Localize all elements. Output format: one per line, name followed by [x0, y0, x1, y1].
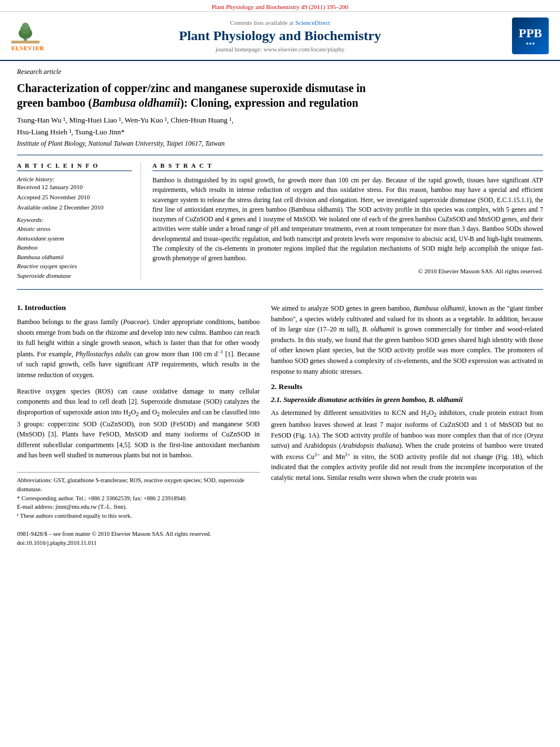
keyword-6: Superoxide dismutase	[17, 271, 132, 281]
svg-rect-4	[11, 41, 40, 43]
ppb-subtitle: ●●●	[526, 41, 535, 46]
citation-bar: Plant Physiology and Biochemistry 49 (20…	[0, 0, 560, 12]
issn-footnote: 0981-9428/$ – see front matter © 2010 El…	[17, 530, 260, 539]
keyword-1: Abiotic stress	[17, 224, 132, 234]
corresponding-footnote: * Corresponding author. Tel.: +886 2 336…	[17, 494, 260, 503]
intro-para1: Bamboo belongs to the grass family (Poac…	[17, 317, 260, 381]
sciencedirect-link[interactable]: ScienceDirect	[295, 19, 330, 26]
journal-title: Plant Physiology and Biochemistry	[56, 28, 504, 43]
results-heading: 2. Results	[271, 382, 543, 391]
abbreviations-footnote: Abbreviations: GST, glutathione S-transf…	[17, 476, 260, 494]
keyword-4: Bambusa oldhamii	[17, 252, 132, 262]
authors-line2: Hsu-Liang Hsieh ¹, Tsung-Luo Jinn*	[17, 128, 543, 137]
intro-para2: Reactive oxygen species (ROS) can cause …	[17, 386, 260, 461]
doi-footnote: doi:10.1016/j.plaphy.2010.11.011	[17, 539, 260, 548]
keyword-5: Reactive oxygen species	[17, 261, 132, 271]
equal-contrib-footnote: ¹ These authors contributed equally to t…	[17, 512, 260, 521]
introduction-heading: 1. Introduction	[17, 303, 260, 312]
received-date: Received 12 January 2010	[17, 184, 132, 190]
right-para1: We aimed to analyze SOD genes in green b…	[271, 303, 543, 377]
history-label: Article history:	[17, 176, 132, 182]
ppb-box: PPB ●●●	[512, 18, 549, 54]
section-divider	[17, 289, 543, 290]
affiliation: Institute of Plant Biology, National Tai…	[17, 139, 543, 148]
results-subheading: 2.1. Superoxide dismutase activities in …	[271, 396, 543, 404]
abstract-heading: A B S T R A C T	[152, 162, 543, 171]
keywords-section: Keywords: Abiotic stress Antioxidant sys…	[17, 216, 132, 280]
elsevier-logo: ELSEVIER	[11, 21, 56, 51]
keyword-2: Antioxidant system	[17, 234, 132, 243]
left-column: 1. Introduction Bamboo belongs to the gr…	[17, 303, 260, 547]
elsevier-tree-icon	[11, 21, 40, 43]
journal-center: Contents lists available at ScienceDirec…	[56, 19, 504, 53]
results-para1: As determined by different sensitivities…	[271, 408, 543, 483]
abstract-text: Bamboo is distinguished by its rapid gro…	[152, 176, 543, 263]
article-info-column: A R T I C L E I N F O Article history: R…	[17, 162, 141, 280]
info-abstract-section: A R T I C L E I N F O Article history: R…	[17, 155, 543, 280]
ppb-logo: PPB ●●●	[504, 18, 549, 54]
journal-homepage: journal homepage: www.elsevier.com/locat…	[56, 46, 504, 53]
main-content: 1. Introduction Bamboo belongs to the gr…	[0, 303, 560, 547]
abstract-column: A B S T R A C T Bamboo is distinguished …	[152, 162, 543, 280]
article-info-heading: A R T I C L E I N F O	[17, 162, 132, 171]
copyright: © 2010 Elsevier Masson SAS. All rights r…	[152, 268, 543, 274]
title-part1: Characterization of copper/zinc and mang…	[17, 82, 366, 94]
ppb-text: PPB	[519, 26, 542, 41]
email-footnote: E-mail address: jinnt@ntu.edu.tw (T.-L. …	[17, 503, 260, 512]
article-title: Characterization of copper/zinc and mang…	[17, 81, 543, 110]
sciencedirect-label: Contents lists available at ScienceDirec…	[56, 19, 504, 26]
accepted-date: Accepted 25 November 2010	[17, 194, 132, 200]
journal-citation: Plant Physiology and Biochemistry 49 (20…	[212, 3, 348, 10]
title-part2: green bamboo (Bambusa oldhamii): Cloning…	[17, 97, 358, 109]
keywords-label: Keywords:	[17, 216, 132, 223]
right-column: We aimed to analyze SOD genes in green b…	[271, 303, 543, 547]
footnote-area: Abbreviations: GST, glutathione S-transf…	[17, 472, 260, 547]
authors-line1: Tsung-Han Wu ¹, Ming-Huei Liao ¹, Wen-Yu…	[17, 116, 543, 125]
article-container: Research article Characterization of cop…	[0, 61, 560, 303]
keyword-3: Bamboo	[17, 243, 132, 252]
journal-header: ELSEVIER Contents lists available at Sci…	[0, 12, 560, 61]
svg-point-3	[22, 23, 29, 29]
elsevier-wordmark: ELSEVIER	[11, 45, 45, 51]
article-type: Research article	[17, 68, 543, 76]
available-date: Available online 2 December 2010	[17, 204, 132, 211]
